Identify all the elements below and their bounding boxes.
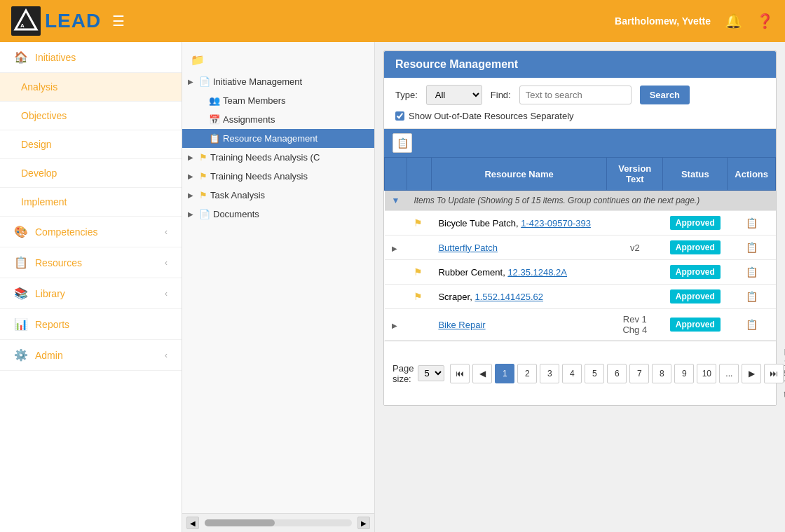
- flag-icon-4: ⚑: [414, 291, 423, 302]
- row5-flag: [407, 309, 431, 341]
- page-btn-9[interactable]: 9: [674, 364, 694, 383]
- tree-item-tna-c[interactable]: ▶ ⚑ Training Needs Analysis (C: [182, 148, 374, 167]
- scroll-left-btn[interactable]: ◀: [186, 517, 199, 529]
- sidebar-label-implement: Implement: [21, 196, 67, 207]
- page-btn-5[interactable]: 5: [585, 364, 604, 383]
- row3-name[interactable]: Rubber Cement, 12.35.1248.2A: [431, 260, 606, 285]
- row5-version: Rev 1Chg 4: [607, 309, 663, 341]
- page-btn-10[interactable]: 10: [697, 364, 716, 383]
- row1-doc-icon[interactable]: 📋: [746, 217, 758, 229]
- sidebar-item-implement[interactable]: Implement: [0, 188, 182, 217]
- col-resource-name: Resource Name: [431, 158, 606, 191]
- main-layout: 🏠 Initiatives Analysis Objectives Design…: [0, 42, 785, 532]
- scroll-right-btn[interactable]: ▶: [357, 517, 370, 529]
- row5-actions: 📋: [728, 309, 776, 341]
- page-btn-6[interactable]: 6: [607, 364, 627, 383]
- tree-arrow-initiative: ▶: [188, 78, 196, 86]
- tree-item-assignments[interactable]: 📅 Assignments: [182, 110, 374, 129]
- row5-name[interactable]: Bike Repair: [431, 309, 606, 341]
- page-prev-btn[interactable]: ◀: [472, 364, 492, 383]
- row4-doc-icon[interactable]: 📋: [746, 291, 758, 302]
- row4-link[interactable]: 1.552.141425.62: [475, 292, 543, 302]
- tree-item-team-members[interactable]: 👥 Team Members: [182, 91, 374, 110]
- sidebar-item-competencies[interactable]: 🎨 Competencies ‹: [0, 217, 182, 247]
- flag-icon-1: ⚑: [414, 217, 423, 229]
- search-button[interactable]: Search: [640, 86, 690, 104]
- row3-link[interactable]: 12.35.1248.2A: [507, 267, 567, 278]
- page-btn-2[interactable]: 2: [517, 364, 537, 383]
- tree-icon-assignments: 📅: [209, 114, 220, 125]
- tree-icon-tna: ⚑: [199, 171, 207, 182]
- page-btn-1[interactable]: 1: [495, 364, 514, 383]
- row5-doc-icon[interactable]: 📋: [746, 319, 758, 330]
- row2-link[interactable]: Butterfly Patch: [438, 243, 498, 253]
- tree-item-resource-mgmt[interactable]: 📋 Resource Management: [182, 129, 374, 148]
- tree-item-initiative-mgmt[interactable]: ▶ 📄 Initiative Management: [182, 72, 374, 91]
- rm-title: Resource Management: [384, 51, 776, 78]
- new-doc-button[interactable]: 📋: [392, 133, 412, 153]
- competencies-icon: 🎨: [14, 225, 28, 238]
- search-input[interactable]: [519, 86, 632, 104]
- sidebar-item-design[interactable]: Design: [0, 130, 182, 159]
- row3-status: Approved: [663, 260, 728, 285]
- sidebar-label-analysis: Analysis: [21, 81, 57, 93]
- expand-arrow-2[interactable]: ▶: [392, 245, 397, 252]
- row3-doc-icon[interactable]: 📋: [746, 266, 758, 278]
- row1-link[interactable]: 1-423-09570-393: [521, 218, 591, 229]
- col-actions: Actions: [728, 158, 776, 191]
- page-next-btn[interactable]: ▶: [742, 364, 761, 383]
- page-btn-8[interactable]: 8: [652, 364, 671, 383]
- tree-label-assignments: Assignments: [223, 114, 369, 125]
- sidebar-item-resources[interactable]: 📋 Resources ‹: [0, 247, 182, 278]
- out-of-date-checkbox[interactable]: [395, 111, 404, 121]
- page-btn-4[interactable]: 4: [562, 364, 582, 383]
- row3-flag: ⚑: [407, 260, 431, 285]
- page-size-row: Page size: 5: [392, 363, 444, 384]
- row2-doc-icon[interactable]: 📋: [746, 242, 758, 253]
- sidebar-item-analysis[interactable]: Analysis: [0, 73, 182, 102]
- tree-item-tna[interactable]: ▶ ⚑ Training Needs Analysis: [182, 167, 374, 186]
- page-size-select[interactable]: 5: [418, 365, 444, 381]
- tree-item-documents[interactable]: ▶ 📄 Documents: [182, 205, 374, 224]
- hscroll-bar[interactable]: [205, 519, 352, 526]
- find-label: Find:: [491, 90, 511, 100]
- competencies-chevron: ‹: [165, 227, 168, 237]
- status-badge-5: Approved: [670, 318, 721, 332]
- row2-name[interactable]: Butterfly Patch: [431, 236, 606, 260]
- sidebar-item-initiatives[interactable]: 🏠 Initiatives: [0, 42, 182, 73]
- row1-name[interactable]: Bicycle Tube Patch, 1-423-09570-393: [431, 211, 606, 236]
- sidebar-label-admin: Admin: [35, 350, 63, 361]
- page-last-btn[interactable]: ⏭: [764, 364, 784, 383]
- page-btn-ellipsis[interactable]: ...: [719, 364, 739, 383]
- row5-expand[interactable]: ▶: [385, 309, 407, 341]
- logo[interactable]: A LEAD: [11, 6, 101, 36]
- type-select[interactable]: All: [426, 85, 482, 105]
- sidebar-label-design: Design: [21, 139, 52, 150]
- row2-version: v2: [607, 236, 663, 260]
- row2-expand[interactable]: ▶: [385, 236, 407, 260]
- sidebar-label-competencies: Competencies: [35, 226, 98, 238]
- logo-icon: A: [11, 6, 41, 36]
- sidebar-label-initiatives: Initiatives: [35, 52, 76, 63]
- user-name[interactable]: Bartholomew, Yvette: [615, 15, 711, 27]
- sidebar-item-admin[interactable]: ⚙️ Admin ‹: [0, 340, 182, 371]
- group-collapse-arrow[interactable]: ▼: [385, 191, 407, 211]
- sidebar-item-reports[interactable]: 📊 Reports: [0, 309, 182, 340]
- help-icon[interactable]: ❓: [756, 13, 774, 29]
- row4-name[interactable]: Scraper, 1.552.141425.62: [431, 285, 606, 309]
- tree-item-task-analysis[interactable]: ▶ ⚑ Task Analysis: [182, 186, 374, 205]
- row3-expand: [385, 260, 407, 285]
- notification-icon[interactable]: 🔔: [725, 13, 742, 29]
- sidebar-item-develop[interactable]: Develop: [0, 159, 182, 188]
- expand-arrow-5[interactable]: ▶: [392, 322, 397, 329]
- hamburger-menu[interactable]: ☰: [112, 13, 125, 29]
- group-label: Items To Update (Showing 5 of 15 items. …: [407, 191, 775, 211]
- row5-link[interactable]: Bike Repair: [438, 320, 485, 330]
- tree-label-initiative: Initiative Management: [213, 76, 369, 87]
- sidebar-item-objectives[interactable]: Objectives: [0, 102, 182, 130]
- row1-status: Approved: [663, 211, 728, 236]
- sidebar-item-library[interactable]: 📚 Library ‹: [0, 278, 182, 309]
- page-first-btn[interactable]: ⏮: [450, 364, 470, 383]
- page-btn-3[interactable]: 3: [540, 364, 559, 383]
- page-btn-7[interactable]: 7: [629, 364, 649, 383]
